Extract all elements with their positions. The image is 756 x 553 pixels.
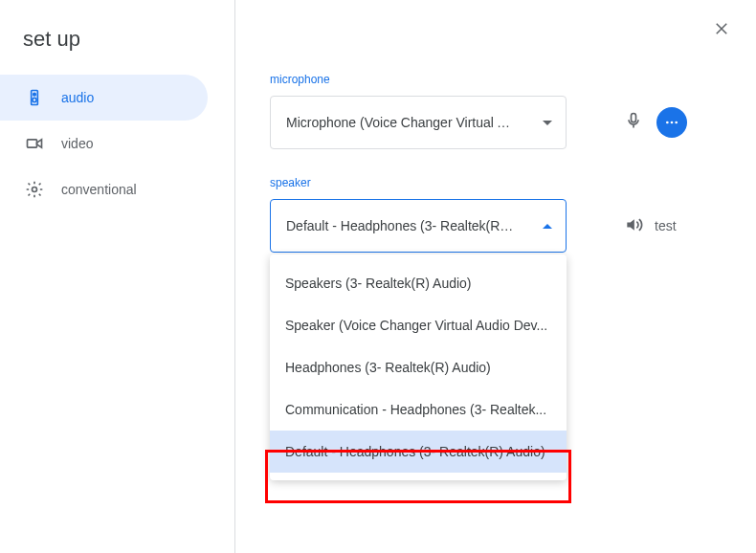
svg-point-4 bbox=[33, 188, 37, 192]
speaker-icon bbox=[23, 86, 46, 109]
microphone-icon bbox=[624, 111, 643, 134]
svg-point-1 bbox=[33, 93, 36, 96]
speaker-option[interactable]: Communication - Headphones (3- Realtek..… bbox=[270, 388, 567, 431]
sidebar-item-video[interactable]: video bbox=[0, 121, 208, 166]
video-icon bbox=[23, 132, 46, 155]
sidebar-item-label: audio bbox=[61, 90, 94, 105]
microphone-label: microphone bbox=[270, 73, 727, 86]
speaker-option[interactable]: Speakers (3- Realtek(R) Audio) bbox=[270, 262, 567, 304]
microphone-selected-text: Microphone (Voice Changer Virtual A... bbox=[286, 115, 516, 130]
page-title: set up bbox=[0, 19, 234, 75]
sidebar-item-audio[interactable]: audio bbox=[0, 75, 208, 121]
sidebar: set up audio video conventional bbox=[0, 0, 235, 553]
chevron-up-icon bbox=[543, 224, 552, 229]
close-button[interactable] bbox=[710, 17, 733, 40]
speaker-option[interactable]: Speaker (Voice Changer Virtual Audio Dev… bbox=[270, 304, 567, 346]
sidebar-item-conventional[interactable]: conventional bbox=[0, 166, 208, 212]
svg-point-7 bbox=[671, 122, 674, 124]
speaker-selected-text: Default - Headphones (3- Realtek(R) ... bbox=[286, 218, 516, 233]
sidebar-item-label: video bbox=[61, 136, 93, 151]
main-content: microphone Microphone (Voice Changer Vir… bbox=[235, 0, 756, 553]
test-label: test bbox=[655, 218, 677, 233]
microphone-select[interactable]: Microphone (Voice Changer Virtual A... bbox=[270, 96, 567, 149]
gear-icon bbox=[23, 178, 46, 201]
svg-point-8 bbox=[675, 122, 678, 124]
svg-point-6 bbox=[666, 122, 669, 124]
svg-rect-5 bbox=[632, 114, 636, 122]
more-options-button[interactable] bbox=[656, 107, 687, 138]
speaker-option[interactable]: Headphones (3- Realtek(R) Audio) bbox=[270, 346, 567, 388]
speaker-label: speaker bbox=[270, 176, 727, 189]
speaker-select[interactable]: Default - Headphones (3- Realtek(R) ... bbox=[270, 199, 567, 253]
test-speaker-button[interactable]: test bbox=[624, 215, 677, 237]
speaker-dropdown-menu: Speakers (3- Realtek(R) Audio) Speaker (… bbox=[270, 254, 567, 480]
svg-rect-3 bbox=[28, 140, 37, 147]
speaker-option-selected[interactable]: Default - Headphones (3- Realtek(R) Audi… bbox=[270, 431, 567, 473]
svg-point-2 bbox=[33, 98, 36, 101]
chevron-down-icon bbox=[543, 121, 552, 125]
volume-icon bbox=[624, 215, 643, 237]
sidebar-item-label: conventional bbox=[61, 182, 137, 197]
